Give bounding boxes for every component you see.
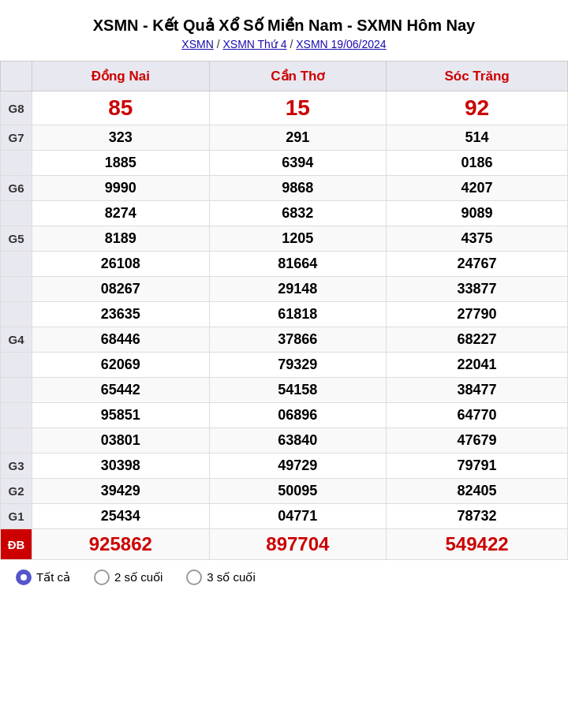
row-label-11 bbox=[1, 378, 32, 403]
table-cell-r2-c0: 1885 bbox=[32, 151, 210, 176]
table-cell-r0-c1: 15 bbox=[209, 91, 387, 125]
table-cell-r4-c1: 6832 bbox=[209, 201, 387, 226]
row-label-15: G2 bbox=[1, 479, 32, 504]
row-label-16: G1 bbox=[1, 504, 32, 529]
table-cell-r14-c2: 79791 bbox=[387, 454, 568, 479]
table-cell-r16-c0: 25434 bbox=[32, 504, 210, 529]
table-cell-r6-c1: 81664 bbox=[209, 252, 387, 277]
main-container: XSMN - Kết Quả Xổ Số Miền Nam - SXMN Hôm… bbox=[0, 0, 568, 603]
table-cell-r13-c2: 47679 bbox=[387, 428, 568, 454]
radio-circle-0 bbox=[16, 569, 32, 585]
table-cell-r9-c1: 37866 bbox=[209, 327, 387, 353]
table-cell-r8-c2: 27790 bbox=[387, 302, 568, 327]
table-cell-r10-c2: 22041 bbox=[387, 353, 568, 378]
row-label-4 bbox=[1, 201, 32, 226]
table-cell-r12-c1: 06896 bbox=[209, 403, 387, 428]
page-title: XSMN - Kết Quả Xổ Số Miền Nam - SXMN Hôm… bbox=[4, 16, 564, 35]
filter-option-1[interactable]: 2 số cuối bbox=[94, 569, 163, 585]
table-cell-r0-c2: 92 bbox=[387, 91, 568, 125]
table-cell-r7-c1: 29148 bbox=[209, 277, 387, 302]
table-cell-r15-c0: 39429 bbox=[32, 479, 210, 504]
breadcrumb-link-3[interactable]: XSMN 19/06/2024 bbox=[296, 38, 386, 50]
breadcrumb-link-1[interactable]: XSMN bbox=[181, 38, 213, 50]
filter-footer: Tất cả2 số cuối3 số cuối bbox=[0, 560, 568, 595]
table-cell-r1-c0: 323 bbox=[32, 125, 210, 151]
row-label-5: G5 bbox=[1, 226, 32, 252]
table-cell-r11-c1: 54158 bbox=[209, 378, 387, 403]
row-label-0: G8 bbox=[1, 91, 32, 125]
table-cell-r17-c1: 897704 bbox=[209, 529, 387, 560]
page-header: XSMN - Kết Quả Xổ Số Miền Nam - SXMN Hôm… bbox=[0, 8, 568, 61]
table-cell-r4-c2: 9089 bbox=[387, 201, 568, 226]
table-cell-r8-c0: 23635 bbox=[32, 302, 210, 327]
radio-circle-2 bbox=[186, 569, 202, 585]
table-cell-r8-c1: 61818 bbox=[209, 302, 387, 327]
table-cell-r9-c2: 68227 bbox=[387, 327, 568, 353]
row-label-3: G6 bbox=[1, 176, 32, 201]
table-cell-r1-c1: 291 bbox=[209, 125, 387, 151]
row-label-13 bbox=[1, 428, 32, 454]
table-cell-r17-c0: 925862 bbox=[32, 529, 210, 560]
table-cell-r13-c0: 03801 bbox=[32, 428, 210, 454]
table-cell-r16-c1: 04771 bbox=[209, 504, 387, 529]
table-cell-r2-c2: 0186 bbox=[387, 151, 568, 176]
breadcrumb-link-2[interactable]: XSMN Thứ 4 bbox=[222, 38, 286, 50]
table-cell-r17-c2: 549422 bbox=[387, 529, 568, 560]
row-label-17: ĐB bbox=[1, 529, 32, 560]
table-cell-r11-c0: 65442 bbox=[32, 378, 210, 403]
table-cell-r11-c2: 38477 bbox=[387, 378, 568, 403]
col-header-dongnai: Đồng Nai bbox=[32, 62, 210, 91]
row-label-8 bbox=[1, 302, 32, 327]
row-label-9: G4 bbox=[1, 327, 32, 353]
table-cell-r0-c0: 85 bbox=[32, 91, 210, 125]
table-cell-r1-c2: 514 bbox=[387, 125, 568, 151]
col-header-soctrang: Sóc Trăng bbox=[387, 62, 568, 91]
row-label-6 bbox=[1, 252, 32, 277]
filter-option-2[interactable]: 3 số cuối bbox=[186, 569, 255, 585]
table-cell-r7-c0: 08267 bbox=[32, 277, 210, 302]
table-cell-r15-c1: 50095 bbox=[209, 479, 387, 504]
row-label-7 bbox=[1, 277, 32, 302]
table-cell-r10-c0: 62069 bbox=[32, 353, 210, 378]
table-cell-r5-c0: 8189 bbox=[32, 226, 210, 252]
table-cell-r7-c2: 33877 bbox=[387, 277, 568, 302]
row-label-12 bbox=[1, 403, 32, 428]
table-cell-r16-c2: 78732 bbox=[387, 504, 568, 529]
table-cell-r3-c0: 9990 bbox=[32, 176, 210, 201]
table-cell-r5-c2: 4375 bbox=[387, 226, 568, 252]
table-cell-r12-c0: 95851 bbox=[32, 403, 210, 428]
table-cell-r5-c1: 1205 bbox=[209, 226, 387, 252]
filter-option-0[interactable]: Tất cả bbox=[16, 569, 70, 585]
table-cell-r6-c2: 24767 bbox=[387, 252, 568, 277]
table-cell-r14-c1: 49729 bbox=[209, 454, 387, 479]
table-cell-r3-c1: 9868 bbox=[209, 176, 387, 201]
col-header-label bbox=[1, 62, 32, 91]
table-cell-r14-c0: 30398 bbox=[32, 454, 210, 479]
row-label-2 bbox=[1, 151, 32, 176]
row-label-14: G3 bbox=[1, 454, 32, 479]
table-cell-r12-c2: 64770 bbox=[387, 403, 568, 428]
table-cell-r13-c1: 63840 bbox=[209, 428, 387, 454]
table-cell-r4-c0: 8274 bbox=[32, 201, 210, 226]
breadcrumb: XSMN / XSMN Thứ 4 / XSMN 19/06/2024 bbox=[4, 38, 564, 50]
col-header-cantho: Cần Thơ bbox=[209, 62, 387, 91]
radio-circle-1 bbox=[94, 569, 110, 585]
table-cell-r2-c1: 6394 bbox=[209, 151, 387, 176]
table-cell-r10-c1: 79329 bbox=[209, 353, 387, 378]
row-label-1: G7 bbox=[1, 125, 32, 151]
table-cell-r6-c0: 26108 bbox=[32, 252, 210, 277]
radio-label-1: 2 số cuối bbox=[114, 570, 163, 584]
radio-label-0: Tất cả bbox=[36, 570, 70, 584]
table-cell-r3-c2: 4207 bbox=[387, 176, 568, 201]
table-cell-r15-c2: 82405 bbox=[387, 479, 568, 504]
radio-label-2: 3 số cuối bbox=[207, 570, 255, 584]
row-label-10 bbox=[1, 353, 32, 378]
results-table: Đồng Nai Cần Thơ Sóc Trăng G8851592G7323… bbox=[0, 61, 568, 560]
table-cell-r9-c0: 68446 bbox=[32, 327, 210, 353]
